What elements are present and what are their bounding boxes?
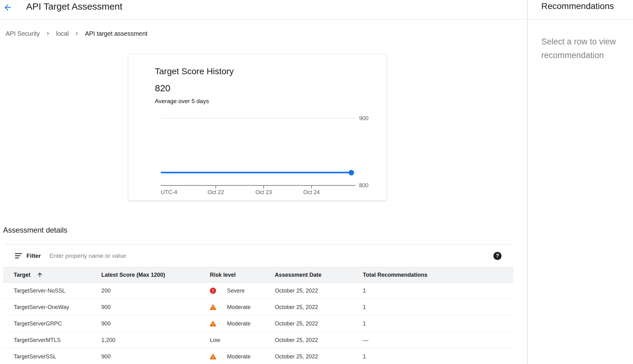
section-heading: Assessment details	[3, 225, 513, 235]
column-header-total-recommendations[interactable]: Total Recommendations	[363, 267, 427, 282]
table-row-targetserver-oneway[interactable]: TargetServer-OneWay 900 Moderate October…	[3, 299, 513, 315]
table-row-targetservermtls[interactable]: TargetServerMTLS 1,200 Low October 25, 2…	[3, 332, 513, 348]
gridline-900	[161, 118, 355, 119]
x-tick-label-oct-23: Oct 23	[250, 189, 278, 196]
assessment-details-section: Assessment details Filter ? Target Lates…	[3, 225, 513, 364]
breadcrumb-item-current: API target assessment	[85, 30, 147, 37]
date-cell: October 25, 2022	[275, 332, 318, 348]
top-bar: API Target Assessment Recommendations	[0, 0, 633, 20]
warning-icon	[209, 303, 217, 311]
column-header-target[interactable]: Target	[14, 267, 30, 282]
date-cell: October 25, 2022	[275, 299, 318, 315]
risk-cell: Low	[210, 332, 220, 348]
x-tick-oct-24	[311, 186, 312, 189]
risk-cell: Moderate	[209, 299, 251, 315]
y-tick-label-900: 900	[359, 115, 368, 122]
target-cell: TargetServerMTLS	[14, 332, 61, 348]
target-cell: TargetServerGRPC	[14, 316, 62, 332]
error-icon	[209, 287, 217, 294]
score-cell: 1,200	[101, 332, 115, 348]
column-header-risk-level[interactable]: Risk level	[210, 267, 236, 282]
table-row-targetserver-nossl[interactable]: TargetServer-NoSSL 200 Severe October 25…	[3, 283, 513, 299]
x-tick-oct-23	[263, 186, 264, 189]
risk-label: Moderate	[227, 299, 251, 315]
x-axis-timezone-label: UTC-4	[161, 189, 177, 196]
recommendations-panel-title: Recommendations	[541, 1, 614, 12]
x-tick-label-oct-22: Oct 22	[202, 189, 230, 196]
column-header-latest-score[interactable]: Latest Score (Max 1200)	[101, 267, 165, 282]
x-tick-oct-22	[215, 186, 216, 189]
api-target-assessment-page: API Target Assessment Recommendations AP…	[0, 0, 633, 364]
chevron-right-icon	[45, 30, 51, 37]
filter-label[interactable]: Filter	[26, 253, 41, 259]
warning-icon	[209, 320, 217, 327]
page-title: API Target Assessment	[26, 1, 122, 12]
breadcrumb-item-api-security[interactable]: API Security	[6, 30, 40, 37]
score-cell: 900	[101, 299, 111, 315]
chevron-right-icon	[74, 30, 80, 37]
filter-input[interactable]	[49, 253, 513, 259]
target-cell: TargetServerSSL	[14, 348, 56, 364]
score-line-endpoint-dot	[349, 170, 354, 175]
sort-ascending-icon[interactable]	[36, 271, 43, 278]
panel-vertical-divider	[527, 0, 528, 364]
recommendations-empty-message: Select a row to view recommendation	[541, 35, 631, 62]
risk-cell: Moderate	[209, 316, 251, 332]
score-cell: 200	[101, 283, 111, 299]
table-row-targetservergrpc[interactable]: TargetServerGRPC 900 Moderate October 25…	[3, 316, 513, 332]
breadcrumb: API Security local API target assessment	[6, 29, 147, 39]
risk-cell: Moderate	[209, 348, 251, 364]
x-tick-label-oct-24: Oct 24	[298, 189, 326, 196]
date-cell: October 25, 2022	[275, 316, 318, 332]
breadcrumb-item-local[interactable]: local	[56, 30, 69, 37]
back-button[interactable]	[3, 2, 13, 12]
chart-subtitle: Average over 5 days	[155, 98, 209, 105]
target-cell: TargetServer-OneWay	[14, 299, 69, 315]
risk-label: Severe	[227, 283, 245, 299]
table-row-targetserverssl[interactable]: TargetServerSSL 900 Moderate October 25,…	[3, 348, 513, 364]
x-axis-line	[161, 185, 355, 186]
chart-average-score: 820	[155, 82, 170, 94]
risk-cell: Severe	[209, 283, 245, 299]
warning-icon	[209, 353, 217, 360]
recommendations-cell: —	[363, 332, 368, 348]
risk-label: Moderate	[227, 348, 251, 364]
y-tick-label-800: 800	[359, 182, 368, 189]
recommendations-cell: 1	[363, 283, 366, 299]
score-line-series	[161, 172, 352, 173]
chart-title: Target Score History	[155, 66, 234, 77]
target-cell: TargetServer-NoSSL	[14, 283, 65, 299]
date-cell: October 25, 2022	[275, 283, 318, 299]
column-header-assessment-date[interactable]: Assessment Date	[275, 267, 321, 282]
recommendations-cell: 1	[363, 299, 366, 315]
arrow-back-icon	[3, 3, 13, 12]
date-cell: October 25, 2022	[275, 348, 318, 364]
filter-list-icon	[15, 252, 23, 260]
recommendations-cell: 1	[363, 316, 366, 332]
table-header-row: Target Latest Score (Max 1200) Risk leve…	[3, 267, 513, 283]
score-cell: 900	[101, 316, 111, 332]
help-icon[interactable]: ?	[493, 252, 501, 260]
score-cell: 900	[101, 348, 111, 364]
target-score-history-card: Target Score History 820 Average over 5 …	[128, 54, 387, 201]
recommendations-cell: 1	[363, 348, 366, 364]
risk-label: Moderate	[227, 316, 251, 332]
filter-bar: Filter ?	[3, 244, 513, 267]
